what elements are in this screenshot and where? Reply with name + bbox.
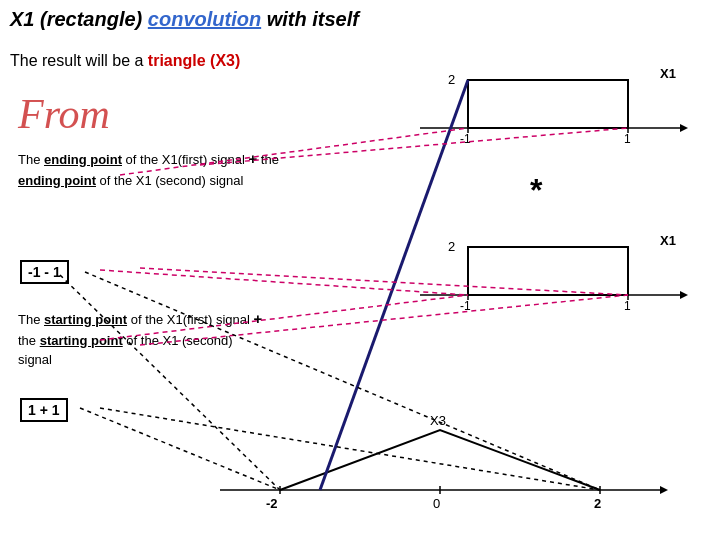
starting-point-text: The starting point of the X1(first) sign…	[18, 308, 262, 370]
svg-marker-6	[680, 291, 688, 299]
diagram1-left-tick: -1	[460, 132, 471, 146]
diagram1-y-label: 2	[448, 72, 455, 87]
diagram2-label: X1	[660, 233, 676, 248]
triangle-right-label: 2	[594, 496, 601, 511]
star-symbol: *	[530, 172, 542, 209]
ending-point-text: The ending point of the X1(first) signal…	[18, 148, 279, 190]
starting-point-second: starting point	[40, 333, 123, 348]
svg-marker-11	[660, 486, 668, 494]
diagram2-right-tick: 1	[624, 299, 631, 313]
diagram-svg: 2 X1 -1 1 2 X1 -1 1 X3 -2 0 2	[0, 0, 720, 540]
subtitle: The result will be a triangle (X3)	[10, 52, 240, 70]
title-convolution: convolution	[148, 8, 261, 30]
svg-rect-9	[468, 247, 628, 295]
diagram1-label: X1	[660, 66, 676, 81]
svg-line-19	[140, 268, 628, 295]
from-label: From	[18, 90, 110, 138]
diagram1-right-tick: 1	[624, 132, 631, 146]
title-prefix: X1 (rectangle)	[10, 8, 142, 30]
svg-line-25	[85, 272, 600, 490]
triangle-left-label: -2	[266, 496, 278, 511]
subtitle-triangle: triangle (X3)	[148, 52, 240, 69]
svg-marker-1	[680, 124, 688, 132]
starting-point-first: starting point	[44, 312, 127, 327]
svg-rect-4	[468, 80, 628, 128]
ending-point-first: ending point	[44, 152, 122, 167]
svg-line-18	[100, 270, 468, 295]
svg-line-23	[100, 408, 600, 490]
triangle-center-label: 0	[433, 496, 440, 511]
page-title: X1 (rectangle) convolution with itself	[10, 8, 359, 31]
triangle-top-label: X3	[430, 413, 446, 428]
badge-minus: -1 - 1	[20, 260, 69, 284]
svg-line-15	[320, 80, 468, 490]
badge-plus: 1 + 1	[20, 398, 68, 422]
diagram2-y-label: 2	[448, 239, 455, 254]
ending-point-second: ending point	[18, 173, 96, 188]
diagram2-left-tick: -1	[460, 299, 471, 313]
title-suffix: with itself	[267, 8, 359, 30]
svg-line-22	[80, 408, 280, 490]
subtitle-prefix: The result will be a	[10, 52, 148, 69]
